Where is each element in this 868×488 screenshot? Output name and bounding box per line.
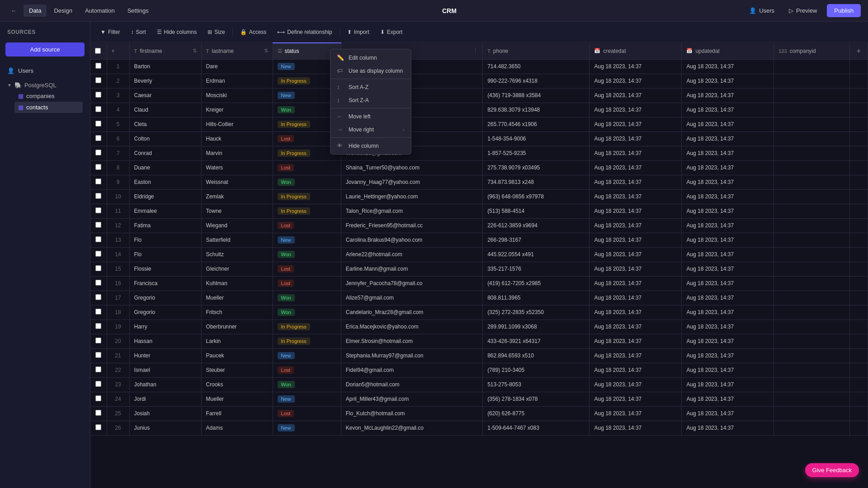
size-button[interactable]: ⊞ Size	[203, 27, 229, 38]
status-badge: In Progress	[278, 207, 310, 215]
publish-button[interactable]: Publish	[827, 4, 861, 17]
ctx-move-left[interactable]: ← Move left	[330, 110, 411, 123]
row-number-cell: 2	[107, 74, 129, 88]
sidebar-item-users[interactable]: 👤 Users	[0, 64, 90, 77]
row-checkbox[interactable]	[95, 424, 101, 430]
row-extra-cell	[850, 348, 868, 363]
table-row: 21 Hunter Paucek New Stephania.Murray97@…	[90, 348, 868, 363]
row-firstname-cell: Barton	[129, 59, 201, 74]
users-button[interactable]: 👤 Users	[745, 5, 779, 16]
row-status-cell: New	[273, 233, 341, 247]
tab-data[interactable]: Data	[24, 5, 47, 17]
sort-icon: ↕	[131, 29, 134, 35]
row-lastname-cell: Paucek	[201, 348, 273, 363]
header-firstname[interactable]: T firstname ⇅	[129, 43, 201, 59]
ctx-edit-column[interactable]: ✏️ Edit column	[330, 51, 411, 64]
table-row: 20 Hassan Larkin In Progress Elmer.Stros…	[90, 334, 868, 348]
row-phone-cell: 335-217-1576	[483, 262, 590, 276]
row-number-cell: 26	[107, 421, 129, 435]
tab-settings[interactable]: Settings	[122, 5, 154, 17]
row-phone-cell: (436) 719-3888 x3584	[483, 88, 590, 103]
row-checkbox[interactable]	[95, 193, 101, 199]
access-button[interactable]: 🔒 Access	[236, 27, 271, 38]
sidebar-item-postgresql[interactable]: ▼ 🐘 PostgreSQL	[7, 80, 83, 90]
ctx-sort-za[interactable]: ↕ Sort Z-A	[330, 94, 411, 107]
give-feedback-button[interactable]: Give Feedback	[805, 463, 859, 477]
row-checkbox[interactable]	[95, 236, 101, 242]
row-checkbox[interactable]	[95, 207, 101, 213]
define-relationship-button[interactable]: ⟷ Define relationship	[273, 27, 336, 38]
ctx-sort-az[interactable]: ↕ Sort A-Z	[330, 80, 411, 94]
row-checkbox[interactable]	[95, 77, 101, 83]
status-badge: In Progress	[278, 323, 310, 330]
row-lastname-cell: Wiegand	[201, 218, 273, 233]
ctx-use-as-display[interactable]: 🏷 Use as display column	[330, 64, 411, 77]
row-checkbox[interactable]	[95, 352, 101, 358]
row-checkbox[interactable]	[95, 395, 101, 401]
row-email-cell: Stephania.Murray97@gmail.con	[341, 348, 482, 363]
filter-button[interactable]: ▼ Filter	[96, 27, 125, 38]
row-checkbox[interactable]	[95, 265, 101, 271]
row-firstname-cell: Fatima	[129, 218, 201, 233]
row-createdat-cell: Aug 18 2023, 14:37	[590, 392, 682, 406]
row-checkbox[interactable]	[95, 164, 101, 170]
email-menu-icon[interactable]: ⋮	[473, 48, 478, 54]
chevron-down-icon: ▼	[7, 83, 12, 88]
add-source-button[interactable]: Add source	[5, 42, 85, 56]
row-checkbox[interactable]	[95, 178, 101, 184]
header-add-col[interactable]: +	[850, 43, 868, 59]
lastname-sort-icon[interactable]: ⇅	[264, 48, 268, 54]
back-button[interactable]: ←	[7, 5, 20, 17]
row-checkbox[interactable]	[95, 92, 101, 98]
table-header-row: + T firstname ⇅ T	[90, 43, 868, 59]
sidebar-item-companies[interactable]: ▦ companies	[14, 90, 83, 102]
sidebar-item-contacts[interactable]: ▦ contacts	[14, 102, 83, 113]
tab-design[interactable]: Design	[48, 5, 77, 17]
header-updatedat[interactable]: 📅 updatedat	[682, 43, 774, 59]
row-checkbox[interactable]	[95, 366, 101, 372]
row-checkbox[interactable]	[95, 410, 101, 416]
table-row: 19 Harry Oberbrunner In Progress Erica.M…	[90, 319, 868, 334]
row-number-cell: 18	[107, 305, 129, 319]
row-createdat-cell: Aug 18 2023, 14:37	[590, 334, 682, 348]
export-button[interactable]: ⬇ Export	[376, 27, 407, 38]
hide-columns-icon: ☰	[157, 29, 162, 35]
import-button[interactable]: ⬆ Import	[343, 27, 374, 38]
ctx-hide-column[interactable]: 👁 Hide column	[330, 139, 411, 152]
header-createdat[interactable]: 📅 createdat	[590, 43, 682, 59]
filter-label: Filter	[108, 29, 120, 35]
header-lastname[interactable]: T lastname ⇅	[201, 43, 273, 59]
add-column-icon[interactable]: +	[857, 47, 861, 55]
header-companyid[interactable]: 123 companyid	[774, 43, 850, 59]
table-row: 26 Junius Adams New Kevon_McLaughlin22@g…	[90, 421, 868, 435]
row-checkbox[interactable]	[95, 381, 101, 387]
hide-columns-button[interactable]: ☰ Hide columns	[152, 27, 202, 38]
firstname-sort-icon[interactable]: ⇅	[193, 48, 197, 54]
row-email-cell: Carolina.Brakus94@yahoo.com	[341, 233, 482, 247]
tab-automation[interactable]: Automation	[80, 5, 120, 17]
preview-button[interactable]: ▷ Preview	[784, 5, 821, 16]
sort-button[interactable]: ↕ Sort	[127, 27, 151, 38]
row-firstname-cell: Claud	[129, 103, 201, 117]
row-checkbox[interactable]	[95, 135, 101, 141]
row-lastname-cell: Zemlak	[201, 189, 273, 204]
row-checkbox[interactable]	[95, 309, 101, 314]
row-checkbox[interactable]	[95, 280, 101, 286]
row-checkbox[interactable]	[95, 251, 101, 257]
row-checkbox[interactable]	[95, 323, 101, 329]
ctx-move-right[interactable]: → Move right ›	[330, 123, 411, 136]
row-checkbox[interactable]	[95, 106, 101, 112]
select-all-checkbox[interactable]	[95, 48, 101, 54]
row-extra-cell	[850, 146, 868, 160]
row-checkbox[interactable]	[95, 63, 101, 69]
row-createdat-cell: Aug 18 2023, 14:37	[590, 348, 682, 363]
row-checkbox[interactable]	[95, 121, 101, 127]
add-row-icon[interactable]: +	[112, 48, 115, 54]
row-checkbox[interactable]	[95, 222, 101, 228]
row-checkbox[interactable]	[95, 294, 101, 300]
row-checkbox[interactable]	[95, 338, 101, 343]
row-checkbox[interactable]	[95, 150, 101, 155]
table-row: 2 Beverly Erdman In Progress Bo... 990-2…	[90, 74, 868, 88]
header-phone[interactable]: T phone	[483, 43, 590, 59]
row-firstname-cell: Conrad	[129, 146, 201, 160]
